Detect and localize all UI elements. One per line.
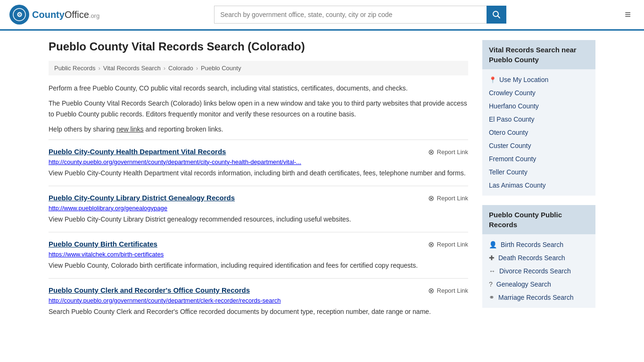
result-url-link-3[interactable]: http://county.pueblo.org/government/coun… [49, 297, 281, 304]
county-item-7[interactable]: Las Animas County [482, 179, 595, 192]
report-icon-1: ⊗ [428, 194, 434, 203]
county-item-2[interactable]: El Paso County [482, 113, 595, 126]
logo-text: CountyOffice.org [32, 9, 99, 20]
public-records-header: Pueblo County Public Records [482, 205, 595, 234]
pub-record-link-3[interactable]: Genealogy Search [496, 280, 551, 288]
result-url-link-1[interactable]: http://www.pueblolibrary.org/genealogypa… [49, 205, 167, 212]
county-link-2[interactable]: El Paso County [489, 115, 535, 123]
nearby-header: Vital Records Search near Pueblo County [482, 40, 595, 69]
result-title-1[interactable]: Pueblo City-County Library District Gene… [49, 194, 235, 202]
result-title-0[interactable]: Pueblo City-County Health Department Vit… [49, 148, 226, 156]
result-title-3[interactable]: Pueblo County Clerk and Recorder's Offic… [49, 286, 250, 294]
use-location-link[interactable]: Use My Location [499, 76, 548, 83]
results-list: Pueblo City-County Health Department Vit… [49, 140, 468, 324]
breadcrumb-vital-records-search[interactable]: Vital Records Search [103, 65, 161, 72]
pub-record-item-2[interactable]: ↔ Divorce Records Search [482, 264, 595, 278]
main-container: Pueblo County Vital Records Search (Colo… [39, 31, 605, 334]
result-item: Pueblo County Clerk and Recorder's Offic… [49, 278, 468, 324]
result-desc-2: View Pueblo County, Colorado birth certi… [49, 261, 468, 271]
county-item-0[interactable]: Crowley County [482, 86, 595, 99]
search-area [214, 6, 506, 24]
result-desc-1: View Pueblo City-County Library District… [49, 214, 468, 224]
result-item: Pueblo City-County Health Department Vit… [49, 140, 468, 186]
new-links-link[interactable]: new links [116, 125, 144, 133]
pub-record-link-2[interactable]: Divorce Records Search [499, 267, 571, 275]
result-desc-3: Search Pueblo County Clerk and Recorder'… [49, 307, 468, 317]
county-item-5[interactable]: Fremont County [482, 152, 595, 165]
description-1: Perform a free Pueblo County, CO public … [49, 83, 468, 93]
report-link-1[interactable]: ⊗ Report Link [428, 194, 468, 203]
pub-record-link-4[interactable]: Marriage Records Search [498, 294, 574, 301]
nearby-section: Vital Records Search near Pueblo County … [482, 40, 595, 196]
search-button[interactable] [487, 6, 506, 24]
pub-icon-0: 👤 [489, 241, 497, 248]
county-link-5[interactable]: Fremont County [489, 155, 536, 163]
breadcrumb-pueblo-county[interactable]: Pueblo County [201, 65, 241, 72]
county-item-4[interactable]: Custer County [482, 139, 595, 152]
public-records-section: Pueblo County Public Records 👤 Birth Rec… [482, 205, 595, 308]
result-header-1: Pueblo City-County Library District Gene… [49, 194, 468, 203]
result-header-3: Pueblo County Clerk and Recorder's Offic… [49, 286, 468, 295]
result-url-link-2[interactable]: https://www.vitalchek.com/birth-certific… [49, 251, 164, 258]
pub-icon-2: ↔ [489, 267, 495, 275]
logo: ⚙ CountyOffice.org [9, 5, 99, 25]
result-title-2[interactable]: Pueblo County Birth Certificates [49, 240, 157, 248]
site-header: ⚙ CountyOffice.org ≡ [0, 0, 644, 31]
location-icon: 📍 [489, 76, 496, 83]
result-url-2[interactable]: https://www.vitalchek.com/birth-certific… [49, 251, 468, 258]
report-icon-0: ⊗ [428, 148, 434, 156]
result-item: Pueblo County Birth Certificates ⊗ Repor… [49, 232, 468, 278]
county-link-3[interactable]: Otero County [489, 129, 528, 136]
result-url-0[interactable]: http://county.pueblo.org/government/coun… [49, 158, 468, 165]
search-input[interactable] [214, 6, 487, 24]
pub-records-items: 👤 Birth Records Search ✚ Death Records S… [482, 238, 595, 304]
breadcrumb: Public Records › Vital Records Search › … [49, 61, 468, 75]
pub-icon-1: ✚ [489, 254, 495, 262]
report-link-2[interactable]: ⊗ Report Link [428, 240, 468, 249]
report-label-2: Report Link [437, 241, 468, 248]
result-item: Pueblo City-County Library District Gene… [49, 186, 468, 232]
county-link-0[interactable]: Crowley County [489, 89, 536, 97]
logo-icon: ⚙ [9, 5, 29, 25]
result-url-link-0[interactable]: http://county.pueblo.org/government/coun… [49, 158, 301, 165]
pub-icon-3: ? [489, 280, 493, 288]
svg-line-3 [498, 16, 500, 18]
report-icon-2: ⊗ [428, 240, 434, 249]
svg-text:⚙: ⚙ [17, 11, 23, 18]
nearby-list: 📍 Use My Location Crowley CountyHuerfano… [482, 69, 595, 196]
result-desc-0: View Pueblo City-County Health Departmen… [49, 168, 468, 178]
public-records-list: 👤 Birth Records Search ✚ Death Records S… [482, 234, 595, 308]
county-item-3[interactable]: Otero County [482, 126, 595, 139]
report-link-0[interactable]: ⊗ Report Link [428, 148, 468, 156]
pub-icon-4: ⚭ [489, 294, 495, 301]
use-location-item[interactable]: 📍 Use My Location [482, 73, 595, 86]
pub-record-item-3[interactable]: ? Genealogy Search [482, 278, 595, 291]
pub-record-item-4[interactable]: ⚭ Marriage Records Search [482, 291, 595, 304]
report-label-1: Report Link [437, 195, 468, 202]
pub-record-item-1[interactable]: ✚ Death Records Search [482, 251, 595, 264]
result-header-0: Pueblo City-County Health Department Vit… [49, 148, 468, 156]
county-link-7[interactable]: Las Animas County [489, 181, 546, 189]
county-item-1[interactable]: Huerfano County [482, 99, 595, 113]
menu-button[interactable]: ≡ [621, 7, 635, 23]
county-link-6[interactable]: Teller County [489, 168, 528, 176]
county-item-6[interactable]: Teller County [482, 165, 595, 179]
county-link-4[interactable]: Custer County [489, 142, 531, 149]
description-2: The Pueblo County Vital Records Search (… [49, 98, 468, 119]
result-header-2: Pueblo County Birth Certificates ⊗ Repor… [49, 240, 468, 249]
report-link-3[interactable]: ⊗ Report Link [428, 286, 468, 295]
result-url-3[interactable]: http://county.pueblo.org/government/coun… [49, 297, 468, 304]
page-title: Pueblo County Vital Records Search (Colo… [49, 40, 468, 53]
search-icon [492, 10, 501, 19]
county-list: Crowley CountyHuerfano CountyEl Paso Cou… [482, 86, 595, 192]
breadcrumb-colorado[interactable]: Colorado [168, 65, 193, 72]
pub-record-link-0[interactable]: Birth Records Search [501, 241, 563, 248]
county-link-1[interactable]: Huerfano County [489, 102, 539, 110]
pub-record-item-0[interactable]: 👤 Birth Records Search [482, 238, 595, 251]
breadcrumb-sep-1: › [98, 65, 100, 72]
report-icon-3: ⊗ [428, 286, 434, 295]
breadcrumb-public-records[interactable]: Public Records [54, 65, 95, 72]
description-3-pre: Help others by sharing [49, 125, 116, 133]
pub-record-link-1[interactable]: Death Records Search [498, 254, 565, 262]
result-url-1[interactable]: http://www.pueblolibrary.org/genealogypa… [49, 205, 468, 212]
